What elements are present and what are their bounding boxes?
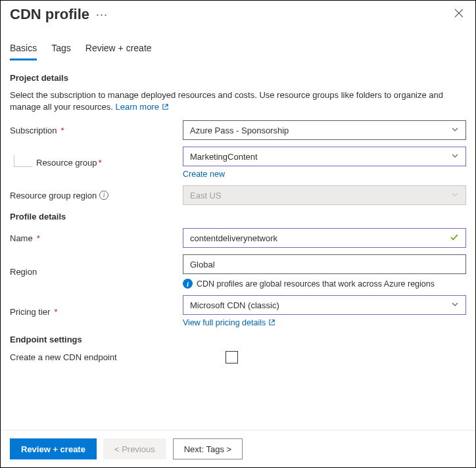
resource-group-label-col: Resource group*	[10, 158, 178, 168]
required-marker: *	[54, 307, 57, 317]
indent-connector	[14, 155, 32, 167]
footer: Review + create < Previous Next: Tags >	[1, 430, 475, 467]
tab-basics[interactable]: Basics	[10, 43, 37, 60]
rg-region-row: Resource group region i East US	[10, 185, 466, 205]
pricing-row: Pricing tier* Microsoft CDN (classic) Vi…	[10, 295, 466, 328]
panel-header: CDN profile ···	[1, 1, 475, 23]
next-button[interactable]: Next: Tags >	[173, 438, 243, 459]
header-actions	[452, 6, 466, 23]
required-marker: *	[37, 233, 40, 243]
pricing-tier-dropdown[interactable]: Microsoft CDN (classic)	[183, 295, 466, 315]
chevron-down-icon	[451, 300, 459, 310]
external-link-icon	[162, 102, 169, 114]
pricing-details-link[interactable]: View full pricing details	[183, 318, 466, 328]
learn-more-label: Learn more	[115, 102, 158, 112]
tab-review-create[interactable]: Review + create	[85, 43, 152, 60]
external-link-icon	[268, 319, 275, 328]
region-input[interactable]: Global	[183, 254, 466, 274]
cdn-profile-panel: CDN profile ··· Basics Tags Review + cre…	[0, 0, 476, 468]
resource-group-value: MarketingContent	[190, 152, 258, 162]
chevron-down-icon	[451, 126, 459, 135]
chevron-down-icon	[451, 191, 459, 200]
resource-group-dropdown[interactable]: MarketingContent	[183, 147, 466, 166]
subscription-row: Subscription* Azure Pass - Sponsorship	[10, 120, 466, 140]
tab-tags[interactable]: Tags	[51, 43, 71, 60]
learn-more-link[interactable]: Learn more	[115, 102, 168, 112]
pricing-value: Microsoft CDN (classic)	[190, 300, 279, 310]
region-label: Region	[10, 267, 178, 277]
endpoint-label: Create a new CDN endpoint	[10, 352, 220, 362]
rg-region-label: Resource group region i	[10, 191, 178, 200]
name-row: Name* contentdeliverynetwork	[10, 228, 466, 248]
subscription-dropdown[interactable]: Azure Pass - Sponsorship	[183, 120, 466, 140]
endpoint-settings-heading: Endpoint settings	[10, 335, 466, 344]
required-marker: *	[99, 158, 102, 168]
chevron-down-icon	[451, 152, 459, 162]
pricing-link-label: View full pricing details	[183, 318, 266, 327]
project-details-heading: Project details	[10, 73, 466, 83]
region-row: Region Global i CDN profiles are global …	[10, 254, 466, 289]
name-label: Name*	[10, 233, 178, 243]
region-helper-text: CDN profiles are global resources that w…	[197, 279, 435, 289]
project-desc-text: Select the subscription to manage deploy…	[10, 90, 443, 112]
more-actions-icon[interactable]: ···	[96, 9, 108, 20]
check-icon	[450, 233, 459, 244]
resource-group-row: Resource group* MarketingContent Create …	[10, 147, 466, 179]
name-value: contentdeliverynetwork	[190, 233, 277, 243]
name-input[interactable]: contentdeliverynetwork	[183, 228, 466, 248]
tab-strip: Basics Tags Review + create	[1, 23, 475, 61]
region-value: Global	[190, 260, 215, 269]
subscription-label: Subscription*	[10, 126, 178, 135]
content-area: Project details Select the subscription …	[1, 61, 475, 430]
create-endpoint-checkbox[interactable]	[226, 351, 238, 363]
previous-button: < Previous	[103, 438, 166, 459]
page-title: CDN profile	[10, 6, 89, 23]
info-icon[interactable]: i	[99, 191, 108, 200]
pricing-label: Pricing tier*	[10, 307, 178, 317]
project-details-desc: Select the subscription to manage deploy…	[10, 89, 466, 114]
create-new-link[interactable]: Create new	[183, 170, 466, 179]
endpoint-row: Create a new CDN endpoint	[10, 351, 466, 363]
close-icon[interactable]	[452, 6, 466, 23]
region-helper: i CDN profiles are global resources that…	[183, 279, 466, 289]
subscription-value: Azure Pass - Sponsorship	[190, 126, 289, 135]
review-create-button[interactable]: Review + create	[10, 438, 97, 459]
rg-region-dropdown: East US	[183, 185, 466, 205]
resource-group-label: Resource group	[36, 158, 97, 168]
info-blue-icon: i	[183, 279, 193, 289]
profile-details-heading: Profile details	[10, 212, 466, 222]
required-marker: *	[61, 126, 64, 135]
rg-region-value: East US	[190, 191, 222, 200]
